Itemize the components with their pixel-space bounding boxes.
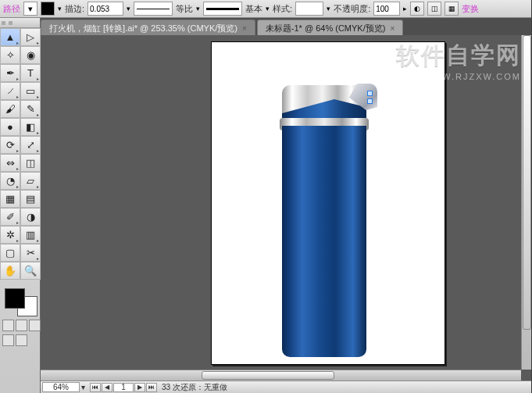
fill-swatch[interactable]: ▾ [23,2,37,16]
eyedropper-tool[interactable]: ✐▸ [0,208,20,226]
width-tool[interactable]: ⇔▸ [0,154,20,172]
nav-first-icon[interactable]: ⏮ [90,383,101,392]
stroke-label: 描边: [65,3,84,15]
close-icon[interactable]: × [242,24,247,33]
style-swatch[interactable] [295,2,323,16]
draw-behind[interactable] [16,320,27,331]
tools-panel: ▲▸ ▷▸ ✧ ◉ ✒▸ T▸ ⟋▸ ▭▸ 🖌 ✎▸ ● ◧▸ ⟳▸ ⤢▸ ⇔▸… [0,18,41,393]
document-tab[interactable]: 打火机，烟缸 [转换].ai* @ 253.35% (CMYK/预览)× [41,20,255,35]
eraser-tool[interactable]: ◧▸ [20,118,41,136]
stroke-cap-preview[interactable] [134,2,173,16]
rotate-tool[interactable]: ⟳▸ [0,136,20,154]
scrollbar-horizontal[interactable] [41,370,521,380]
artboard-nav: ⏮ ◀ 1 ▶ ⏭ [90,383,157,392]
screen-mode-button[interactable] [2,334,14,346]
tab-title: 打火机，烟缸 [转换].ai* @ 253.35% (CMYK/预览) [49,23,237,33]
dropdown-icon: ▾ [28,4,33,14]
style-label: 样式: [273,3,292,15]
dropdown-icon[interactable]: ▾ [127,5,130,13]
artboard-tool[interactable]: ▢ [0,244,20,262]
scrollbar-vertical[interactable] [521,35,532,370]
dropdown-icon[interactable]: ▾ [266,5,270,13]
lasso-tool[interactable]: ◉ [20,46,41,64]
opacity-label: 不透明度: [334,3,370,15]
artboard-number[interactable]: 1 [113,383,134,392]
tab-title: 未标题-1* @ 64% (CMYK/预览) [266,23,386,33]
scale-tool[interactable]: ⤢▸ [20,136,41,154]
transform-label[interactable]: 变换 [462,3,479,15]
zoom-level[interactable]: 64% [42,382,80,392]
line-tool[interactable]: ⟋▸ [0,82,20,100]
scrollbar-thumb[interactable] [523,35,531,330]
scrollbar-thumb[interactable] [202,371,334,380]
pencil-tool[interactable]: ✎▸ [20,100,41,118]
fill-color[interactable] [5,288,25,309]
slice-tool[interactable]: ✂▸ [20,244,41,262]
zoom-tool[interactable]: 🔍 [20,262,41,280]
selection-handles[interactable] [367,91,375,98]
stroke-weight-input[interactable] [87,2,123,16]
proportional-label[interactable]: 等比 [176,3,193,15]
nav-next-icon[interactable]: ▶ [134,383,145,392]
nav-last-icon[interactable]: ⏭ [146,383,157,392]
perspective-tool[interactable]: ▱▸ [20,172,41,190]
paintbrush-tool[interactable]: 🖌 [0,100,20,118]
blob-brush-tool[interactable]: ● [0,118,20,136]
rectangle-tool[interactable]: ▭▸ [20,82,41,100]
lighter-artwork[interactable] [282,85,374,366]
selection-tool[interactable]: ▲▸ [0,28,20,46]
screen-mode-button[interactable] [16,334,27,346]
pen-tool[interactable]: ✒▸ [0,64,20,82]
brush-preview[interactable] [203,2,242,16]
document-tab-active[interactable]: 未标题-1* @ 64% (CMYK/预览)× [257,20,403,35]
canvas-viewport[interactable]: 软件自学网 WWW.RJZXW.COM [41,35,532,380]
mesh-tool[interactable]: ▦ [0,190,20,208]
dropdown-icon[interactable]: ▾ [196,5,200,13]
recolor-button[interactable]: ◐ [410,2,424,16]
symbol-sprayer-tool[interactable]: ✲▸ [0,226,20,244]
type-tool[interactable]: T▸ [20,64,41,82]
dropdown-icon[interactable]: ▾ [58,5,62,13]
fill-stroke-well[interactable] [3,287,37,316]
direct-selection-tool[interactable]: ▷▸ [20,28,41,46]
close-icon[interactable]: × [390,24,395,33]
dropdown-icon[interactable]: ▾ [327,5,330,13]
dropdown-icon[interactable]: ▾ [81,383,85,391]
free-transform-tool[interactable]: ◫ [20,154,41,172]
graph-tool[interactable]: ▥▸ [20,226,41,244]
opacity-input[interactable] [373,2,400,16]
document-tabs: 打火机，烟缸 [转换].ai* @ 253.35% (CMYK/预览)× 未标题… [0,18,532,35]
nav-prev-icon[interactable]: ◀ [102,383,112,392]
tools-panel-grip[interactable] [0,18,40,28]
shape-builder-tool[interactable]: ◔▸ [0,172,20,190]
magic-wand-tool[interactable]: ✧ [0,46,20,64]
align-button[interactable]: ◫ [427,2,441,16]
blend-tool[interactable]: ◑ [20,208,41,226]
stroke-swatch[interactable] [41,2,55,16]
draw-inside[interactable] [29,320,41,331]
canvas-area: 软件自学网 WWW.RJZXW.COM [41,35,532,380]
path-label: 路径 [3,3,20,15]
hand-tool[interactable]: ✋ [0,262,20,280]
transform-panel-button[interactable]: ▦ [445,2,459,16]
history-status: 33 次还原：无重做 [162,382,227,393]
lighter-body [282,126,366,357]
basic-label[interactable]: 基本 [245,3,262,15]
control-bar: 路径 ▾ ▾ 描边: ▾ 等比 ▾ 基本 ▾ 样式: ▾ 不透明度: ▸ ◐ ◫… [0,0,532,18]
draw-normal[interactable] [2,320,14,331]
gradient-tool[interactable]: ▤ [20,190,41,208]
draw-modes [2,320,40,331]
screen-modes [2,334,40,346]
status-bar: 64% ▾ ⏮ ◀ 1 ▶ ⏭ 33 次还原：无重做 [41,380,532,393]
